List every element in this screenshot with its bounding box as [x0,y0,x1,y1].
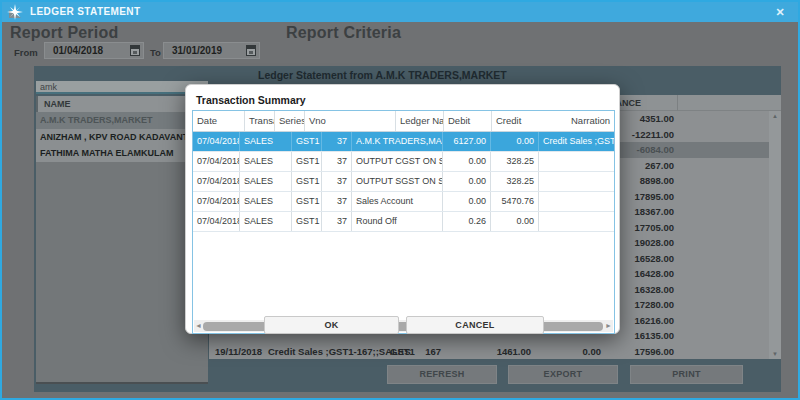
ledger-statement-window: LEDGER STATEMENT ✕ Report Period Report … [0,0,800,400]
cell-credit: 0.00 [491,132,539,151]
to-label: To [150,47,161,58]
cell-vno: 167 [409,344,441,360]
column-header[interactable]: Date [193,111,245,131]
balance-column-header: BALANCE [597,95,800,111]
cell-transaction: SALES [240,192,292,211]
balance-value: 4351.00 [640,113,674,124]
cell-series: GST1 [292,192,322,211]
dialog-title: Transaction Summary [196,94,306,106]
from-date-field[interactable]: 01/04/2018 [44,42,144,59]
cell-ledger-name: Sales Account [352,192,443,211]
cell-ledger-name: A.M.K TRADERS,MARKET [352,132,443,151]
cell-date: 07/04/2018 [193,172,240,191]
cell-series: GST1 [292,152,322,171]
grid-vertical-scrollbar[interactable]: ▲ ▼ [769,111,781,359]
window-title: LEDGER STATEMENT [30,6,140,17]
name-column-header: NAME [36,96,208,112]
column-divider [677,95,678,111]
cell-debit: 0.00 [443,192,491,211]
table-header-row: Date Transaction Series Vno Ledger Name … [193,111,614,132]
column-header[interactable]: Series [275,111,305,131]
list-empty-area [36,162,208,384]
from-label: From [14,47,38,58]
close-icon[interactable]: ✕ [772,4,788,20]
cell-transaction: SALES [240,172,292,191]
print-button[interactable]: PRINT [630,365,743,384]
cell-debit: 0.26 [443,212,491,231]
cell-credit: 0.00 [549,344,601,360]
cell-ledger-name: OUTPUT SGST ON SALES (C [352,172,443,191]
cell-ledger-name: OUTPUT CGST ON SALES (C [352,152,443,171]
balance-value: 19028.00 [634,237,674,248]
balance-value: 8898.00 [640,175,674,186]
cell-series: GST1 [292,132,322,151]
cell-transaction: SALES [240,132,292,151]
table-horizontal-scrollbar[interactable]: ◄ ► [194,320,613,332]
table-row[interactable]: 07/04/2018 SALES GST1 37 OUTPUT SGST ON … [193,172,614,192]
list-item[interactable]: FATHIMA MATHA ELAMKULAM [36,145,208,162]
balance-value: -12211.00 [632,129,674,140]
list-item-label: A.M.K TRADERS,MARKET [40,115,153,125]
calendar-icon[interactable] [246,45,256,56]
cell-date: 07/04/2018 [193,152,240,171]
column-header[interactable]: Debit [444,111,492,131]
cell-vno: 37 [322,152,352,171]
table-row[interactable]: 07/04/2018 SALES GST1 37 Round Off 0.26 … [193,212,614,232]
column-header[interactable]: Transaction [245,111,275,131]
balance-value: 267.00 [645,160,674,171]
cell-series: GST1 [292,212,322,231]
scroll-up-icon[interactable]: ▲ [769,113,781,119]
balance-value: 16328.00 [634,284,674,295]
scroll-down-icon[interactable]: ▼ [769,351,781,357]
cell-narration [539,192,614,211]
to-date-field[interactable]: 31/01/2019 [163,42,260,59]
cell-date: 07/04/2018 [193,132,240,151]
export-button[interactable]: EXPORT [508,365,618,384]
cell-vno: 37 [322,132,352,151]
ledger-name-list: A.M.K TRADERS,MARKET ANIZHAM , KPV ROAD … [36,112,208,162]
cell-credit: 0.00 [491,212,539,231]
grid-last-row[interactable]: 19/11/2018 Credit Sales ;GST1-167;;SALES… [209,344,769,360]
report-period-heading: Report Period [10,24,118,42]
ok-button[interactable]: OK [264,316,399,334]
calendar-icon[interactable] [130,45,140,56]
list-item[interactable]: A.M.K TRADERS,MARKET [36,112,208,129]
column-header[interactable]: Vno [305,111,396,131]
cell-narration: Credit Sales ;GST1-37 [539,132,614,151]
list-item[interactable]: ANIZHAM , KPV ROAD KADAVANTHARA [36,129,208,146]
balance-value: 16428.00 [634,268,674,279]
cell-narration [539,152,614,171]
cell-series: GST1 [292,172,322,191]
cell-vno: 37 [322,172,352,191]
cell-narration [539,172,614,191]
table-row[interactable]: 07/04/2018 SALES GST1 37 OUTPUT CGST ON … [193,152,614,172]
balance-value: 17280.00 [634,299,674,310]
cell-credit: 328.25 [491,152,539,171]
cell-debit: 0.00 [443,152,491,171]
cell-credit: 5470.76 [491,192,539,211]
list-item-label: ANIZHAM , KPV ROAD KADAVANTHARA [40,132,208,142]
cell-transaction: SALES [240,212,292,231]
scroll-left-icon[interactable]: ◄ [194,320,203,332]
column-header[interactable]: Ledger Name [396,111,444,131]
cancel-button[interactable]: CANCEL [406,316,544,334]
transaction-table: Date Transaction Series Vno Ledger Name … [192,110,615,334]
report-criteria-heading: Report Criteria [286,24,401,42]
search-input[interactable] [36,81,208,94]
table-row[interactable]: 07/04/2018 SALES GST1 37 A.M.K TRADERS,M… [193,132,614,152]
balance-value: 17895.00 [634,191,674,202]
cell-date: 07/04/2018 [193,192,240,211]
list-item-label: FATHIMA MATHA ELAMKULAM [40,148,173,158]
refresh-button[interactable]: REFRESH [387,365,497,384]
column-header[interactable]: Credit [492,111,567,131]
cell-date: 19/11/2018 [215,344,262,360]
balance-value: 16135.00 [634,330,674,341]
scroll-right-icon[interactable]: ► [604,320,613,332]
cell-transaction: SALES [240,152,292,171]
table-row[interactable]: 07/04/2018 SALES GST1 37 Sales Account 0… [193,192,614,212]
cell-debit: 6127.00 [443,132,491,151]
cell-narration [539,212,614,231]
balance-value: 16528.00 [634,253,674,264]
column-header[interactable]: Narration [567,111,615,131]
cell-vno: 37 [322,212,352,231]
